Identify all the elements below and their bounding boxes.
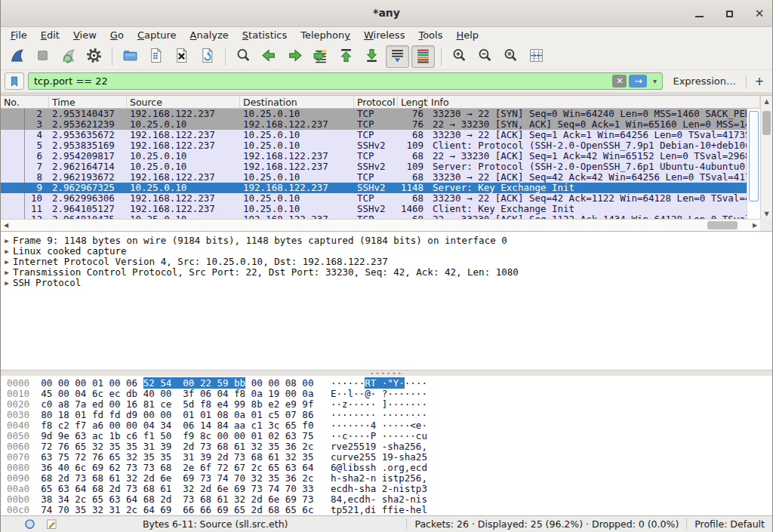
hex-row-00b0[interactable]: 00b0 38 34 2c 65 63 64 68 2d 73 68 61 32…	[7, 494, 772, 505]
menu-telephony[interactable]: Telephony	[294, 28, 357, 42]
hex-row-0070[interactable]: 0070 63 75 72 76 65 32 35 35 31 39 2d 73…	[7, 452, 772, 463]
ascii-bytes: curve255 19-sha25	[331, 451, 427, 463]
open-capture-file-button[interactable]	[119, 45, 142, 68]
column-header-time[interactable]: Time	[49, 96, 127, 108]
expand-arrow-icon[interactable]: ▶	[1, 278, 13, 288]
filter-clear-button[interactable]: ✕	[612, 75, 627, 88]
packet-row-5[interactable]: 52.953835169192.168.122.23710.25.0.10SSH…	[1, 140, 747, 151]
capture-options-button[interactable]	[82, 45, 106, 68]
go-to-last-packet-button[interactable]	[360, 45, 383, 68]
detail-row-2[interactable]: ▶Internet Protocol Version 4, Src: 10.25…	[1, 257, 772, 267]
packet-row-4[interactable]: 42.953635672192.168.122.23710.25.0.10TCP…	[1, 130, 747, 140]
column-header-source[interactable]: Source	[127, 96, 240, 108]
expand-arrow-icon[interactable]: ▶	[1, 235, 13, 246]
maximize-button[interactable]	[722, 7, 736, 20]
hex-row-0040[interactable]: 0040 f8 c2 f7 a6 00 00 04 34 06 14 84 aa…	[7, 420, 772, 431]
colorize-toggle-button[interactable]	[411, 45, 435, 68]
intelligent-scrollbar[interactable]	[747, 109, 760, 219]
scroll-left-icon[interactable]: ◀	[1, 220, 11, 231]
menu-edit[interactable]: Edit	[34, 28, 66, 42]
packet-list-vscrollbar[interactable]: ▲ ▼	[760, 96, 772, 219]
hex-row-0000[interactable]: 0000 00 00 00 01 00 06 52 54 00 22 59 bb…	[7, 378, 772, 389]
packet-row-8[interactable]: 82.962193672192.168.122.23710.25.0.10TCP…	[1, 172, 747, 183]
zoom-reset-button[interactable]	[499, 45, 522, 68]
detail-row-0[interactable]: ▶Frame 9: 1148 bytes on wire (9184 bits)…	[1, 235, 772, 246]
packet-row-2[interactable]: 22.953140437192.168.122.23710.25.0.10TCP…	[1, 109, 747, 119]
hex-row-0060[interactable]: 0060 72 76 65 32 35 35 31 39 2d 73 68 61…	[7, 441, 772, 452]
filter-bookmark-button[interactable]	[5, 72, 24, 90]
hex-row-0080[interactable]: 0080 36 40 6c 69 62 73 73 68 2e 6f 72 67…	[7, 463, 772, 473]
hex-row-0090[interactable]: 0090 68 2d 73 68 61 32 2d 6e 69 73 74 70…	[7, 473, 772, 484]
minimap-thumb[interactable]	[749, 111, 759, 201]
expression-button[interactable]: Expression…	[667, 75, 742, 87]
cell-proto: TCP	[354, 151, 398, 161]
scroll-down-icon[interactable]: ▼	[761, 208, 772, 219]
reload-capture-file-button[interactable]	[196, 45, 219, 68]
filter-history-dropdown[interactable]: ▾	[649, 75, 660, 88]
hex-row-00c0[interactable]: 00c0 74 70 35 32 31 2c 64 69 66 66 69 65…	[7, 505, 772, 515]
hex-row-0050[interactable]: 0050 9d 9e 63 ac 1b c6 f1 50 f9 8c 00 00…	[7, 431, 772, 441]
display-filter-input[interactable]: tcp.port == 22 ✕ → ▾	[28, 72, 663, 90]
packet-row-11[interactable]: 112.964105127192.168.122.23710.25.0.10SS…	[1, 204, 747, 214]
resize-columns-button[interactable]	[525, 45, 548, 68]
stop-capture-button[interactable]	[31, 45, 54, 68]
hscrollbar-thumb[interactable]	[707, 221, 738, 229]
zoom-in-button[interactable]	[448, 45, 471, 68]
menu-statistics[interactable]: Statistics	[236, 28, 294, 42]
column-header-length[interactable]: Length	[398, 96, 428, 108]
packet-row-10[interactable]: 102.962996306192.168.122.23710.25.0.10TC…	[1, 193, 747, 204]
cell-time: 2.962996306	[49, 193, 127, 204]
go-to-first-packet-button[interactable]	[334, 45, 358, 68]
menu-go[interactable]: Go	[103, 28, 131, 42]
capture-comment-button[interactable]	[45, 518, 58, 530]
column-header-info[interactable]: Info	[428, 96, 760, 108]
vscrollbar-thumb[interactable]	[762, 111, 771, 135]
menu-wireless[interactable]: Wireless	[357, 28, 411, 42]
scroll-right-icon[interactable]: ▶	[750, 220, 760, 231]
detail-row-1[interactable]: ▶Linux cooked capture	[1, 246, 772, 257]
packet-row-3[interactable]: 32.95362123910.25.0.10192.168.122.237TCP…	[1, 119, 747, 130]
close-button[interactable]: ✕	[753, 7, 766, 20]
hex-row-0020[interactable]: 0020 c0 a8 7a ed 00 16 81 ce 5d f8 e4 99…	[7, 399, 772, 410]
hex-row-0030[interactable]: 0030 80 18 01 fd fd d9 00 00 01 01 08 0a…	[7, 410, 772, 420]
add-filter-button[interactable]: +	[750, 73, 768, 90]
menu-help[interactable]: Help	[449, 28, 485, 42]
expand-arrow-icon[interactable]: ▶	[1, 257, 13, 267]
menu-tools[interactable]: Tools	[411, 28, 449, 42]
packet-list-hscrollbar[interactable]: ◀ ▶	[1, 219, 760, 231]
expand-arrow-icon[interactable]: ▶	[1, 267, 13, 278]
expert-info-button[interactable]	[23, 518, 36, 530]
packet-details-pane: ▶Frame 9: 1148 bytes on wire (9184 bits)…	[1, 231, 772, 370]
scroll-up-icon[interactable]: ▲	[761, 96, 772, 106]
save-capture-file-button[interactable]	[144, 45, 168, 68]
start-capture-button[interactable]	[5, 45, 29, 68]
packet-row-7[interactable]: 72.96216471410.25.0.10192.168.122.237SSH…	[1, 161, 747, 172]
go-back-button[interactable]	[257, 45, 281, 68]
minimize-button[interactable]	[692, 7, 706, 20]
column-header-no[interactable]: No.	[1, 96, 49, 108]
find-packet-button[interactable]	[232, 45, 255, 68]
detail-row-3[interactable]: ▶Transmission Control Protocol, Src Port…	[1, 267, 772, 278]
column-header-protocol[interactable]: Protocol	[354, 96, 398, 108]
menu-view[interactable]: View	[66, 28, 103, 42]
go-to-packet-button[interactable]	[309, 45, 332, 68]
packet-row-6[interactable]: 62.95420981710.25.0.10192.168.122.237TCP…	[1, 151, 747, 161]
hex-row-0010[interactable]: 0010 45 00 04 6c ec db 40 00 3f 06 04 f8…	[7, 389, 772, 399]
menu-file[interactable]: File	[4, 28, 34, 42]
expand-arrow-icon[interactable]: ▶	[1, 246, 13, 257]
pane-splitter[interactable]: ••••••	[1, 370, 772, 376]
packet-row-9[interactable]: 92.96296732510.25.0.10192.168.122.237SSH…	[1, 183, 747, 193]
menu-capture[interactable]: Capture	[131, 28, 183, 42]
filter-apply-button[interactable]: →	[629, 75, 647, 88]
column-header-destination[interactable]: Destination	[240, 96, 354, 108]
detail-row-4[interactable]: ▶SSH Protocol	[1, 278, 772, 288]
profile-text[interactable]: Profile: Default	[694, 518, 765, 530]
menu-analyze[interactable]: Analyze	[183, 28, 236, 42]
close-capture-file-button[interactable]	[170, 45, 193, 68]
zoom-out-button[interactable]	[473, 45, 497, 68]
go-forward-button[interactable]	[283, 45, 306, 68]
restart-capture-button[interactable]	[57, 45, 80, 68]
auto-scroll-toggle-button[interactable]	[386, 45, 409, 68]
hex-row-00a0[interactable]: 00a0 65 63 64 68 2d 73 68 61 32 2d 6e 69…	[7, 484, 772, 494]
bookmark-icon	[8, 75, 20, 88]
